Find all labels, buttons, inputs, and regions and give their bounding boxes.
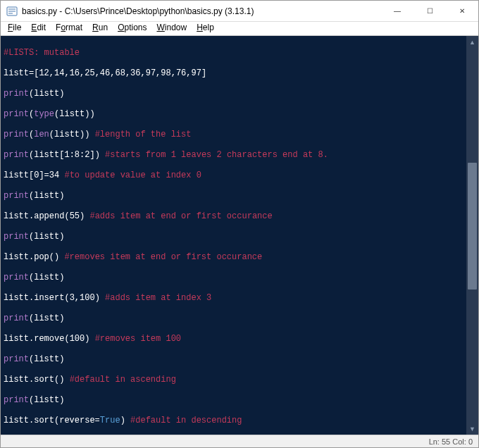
menu-edit[interactable]: Edit	[27, 22, 50, 35]
window-controls: — ☐ ✕	[381, 1, 478, 21]
statusbar: Ln: 55 Col: 0	[1, 435, 478, 448]
window-title: basics.py - C:\Users\Prince\Desktop\pyth…	[22, 6, 381, 16]
cursor-position: Ln: 55 Col: 0	[429, 437, 473, 446]
editor-area: #LISTS: mutable listt=[12,14,16,25,46,68…	[1, 36, 478, 435]
titlebar[interactable]: basics.py - C:\Users\Prince\Desktop\pyth…	[1, 1, 478, 22]
menubar: File Edit Format Run Options Window Help	[1, 22, 478, 36]
menu-format[interactable]: Format	[51, 22, 87, 35]
maximize-button[interactable]: ☐	[413, 1, 446, 21]
scroll-thumb[interactable]	[468, 163, 477, 290]
minimize-button[interactable]: —	[381, 1, 413, 21]
scroll-up-icon[interactable]: ▲	[466, 36, 478, 48]
menu-run[interactable]: Run	[88, 22, 112, 35]
menu-file[interactable]: File	[4, 22, 25, 35]
menu-help[interactable]: Help	[192, 22, 218, 35]
vertical-scrollbar[interactable]: ▲ ▼	[466, 36, 478, 435]
app-icon	[6, 6, 18, 17]
menu-window[interactable]: Window	[153, 22, 192, 35]
scroll-down-icon[interactable]: ▼	[466, 423, 478, 435]
menu-options[interactable]: Options	[113, 22, 151, 35]
code-editor[interactable]: #LISTS: mutable listt=[12,14,16,25,46,68…	[1, 36, 466, 435]
close-button[interactable]: ✕	[446, 1, 478, 21]
